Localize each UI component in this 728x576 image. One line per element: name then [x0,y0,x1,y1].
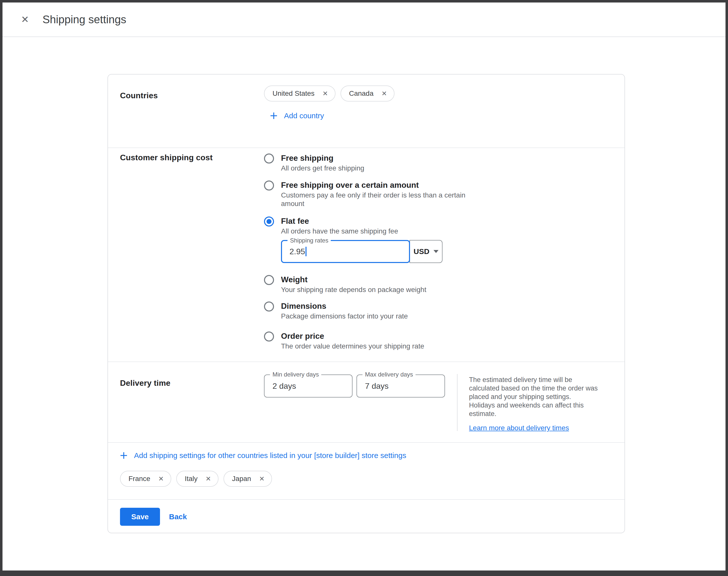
radio-icon[interactable] [264,153,274,164]
shipping-rates-value: 2.95 [290,247,305,256]
option-description: Customers pay a fee only if their order … [281,191,467,208]
vertical-divider [457,374,458,431]
max-delivery-days-value: 7 days [365,381,388,391]
countries-content: United States ✕ Canada ✕ Add country [264,86,400,121]
save-button[interactable]: Save [120,508,160,526]
countries-section: Countries United States ✕ Canada ✕ Add c… [108,75,624,147]
country-chip-france: France ✕ [120,471,171,487]
option-label: Dimensions [281,301,408,311]
option-label: Weight [281,275,426,285]
countries-label: Countries [120,91,264,121]
option-label: Free shipping [281,153,364,163]
option-label: Flat fee [281,216,398,226]
radio-icon[interactable] [264,180,274,191]
chip-remove-icon[interactable]: ✕ [381,90,387,97]
option-description: All orders get free shipping [281,164,364,173]
delivery-time-section: Delivery time Min delivery days 2 days M… [108,362,624,442]
learn-more-link[interactable]: Learn more about delivery times [469,424,569,432]
add-other-countries-button[interactable]: Add shipping settings for other countrie… [120,451,406,460]
add-country-button[interactable]: Add country [270,112,324,120]
other-countries-section: Add shipping settings for other countrie… [108,442,624,499]
chip-label: Italy [185,475,198,483]
option-description: All orders have the same shipping fee [281,227,398,235]
field-floating-label: Max delivery days [362,371,415,378]
chip-remove-icon[interactable]: ✕ [158,475,164,483]
radio-option-free-over-amount[interactable]: Free shipping over a certain amount Cust… [264,180,467,208]
radio-option-order-price[interactable]: Order price The order value determines y… [264,331,467,350]
chip-remove-icon[interactable]: ✕ [322,90,328,97]
radio-icon[interactable] [264,217,274,227]
field-floating-label: Min delivery days [270,371,321,378]
text-cursor [305,247,307,256]
chip-label: Japan [232,475,251,483]
option-label: Order price [281,331,424,341]
add-other-countries-label: Add shipping settings for other countrie… [134,451,406,460]
field-floating-label: Shipping rates [288,237,331,244]
country-chip-row: United States ✕ Canada ✕ [264,86,400,102]
radio-option-free-shipping[interactable]: Free shipping All orders get free shippi… [264,153,467,173]
delivery-note-block: The estimated delivery time will be calc… [469,375,612,432]
actions-section: Save Back [108,499,624,533]
shipping-cost-options: Free shipping All orders get free shippi… [264,153,467,350]
back-button[interactable]: Back [169,513,187,521]
other-country-chip-row: France ✕ Italy ✕ Japan ✕ [120,471,612,487]
country-chip-canada: Canada ✕ [341,86,395,102]
shipping-cost-label: Customer shipping cost [120,153,264,350]
min-delivery-days-value: 2 days [272,381,296,391]
radio-option-flat-fee[interactable]: Flat fee All orders have the same shippi… [264,216,467,235]
close-icon[interactable]: ✕ [20,15,30,24]
radio-icon[interactable] [264,301,274,312]
max-delivery-days-input[interactable]: Max delivery days 7 days [356,374,445,398]
radio-option-dimensions[interactable]: Dimensions Package dimensions factor int… [264,301,467,320]
settings-card: Countries United States ✕ Canada ✕ Add c… [108,74,625,533]
radio-option-weight[interactable]: Weight Your shipping rate depends on pac… [264,275,467,294]
delivery-note-text: The estimated delivery time will be calc… [469,375,612,418]
shipping-rates-input[interactable]: Shipping rates 2.95 [281,240,410,263]
currency-value: USD [413,247,429,256]
radio-icon[interactable] [264,275,274,285]
plus-icon [270,112,278,119]
option-description: Your shipping rate depends on package we… [281,286,426,294]
country-chip-united-states: United States ✕ [264,86,336,102]
radio-icon[interactable] [264,332,274,342]
shipping-rate-row: Shipping rates 2.95 USD [281,240,467,263]
dropdown-arrow-icon [434,250,438,253]
add-country-label: Add country [284,112,324,120]
chip-label: France [128,475,150,483]
shipping-cost-section: Customer shipping cost Free shipping All… [108,147,624,362]
chip-label: Canada [349,89,374,97]
header: ✕ Shipping settings [2,2,726,37]
chip-remove-icon[interactable]: ✕ [259,475,264,483]
option-label: Free shipping over a certain amount [281,180,467,190]
currency-select[interactable]: USD [409,240,442,263]
min-delivery-days-input[interactable]: Min delivery days 2 days [264,374,352,398]
country-chip-italy: Italy ✕ [176,471,219,487]
chip-label: United States [272,89,315,97]
delivery-time-label: Delivery time [120,378,264,432]
chip-remove-icon[interactable]: ✕ [205,475,211,483]
option-description: Package dimensions factor into your rate [281,312,408,320]
page-title: Shipping settings [42,13,126,26]
country-chip-japan: Japan ✕ [224,471,272,487]
option-description: The order value determines your shipping… [281,342,424,350]
plus-icon [120,452,127,459]
shipping-settings-window: ✕ Shipping settings Countries United Sta… [0,0,728,576]
